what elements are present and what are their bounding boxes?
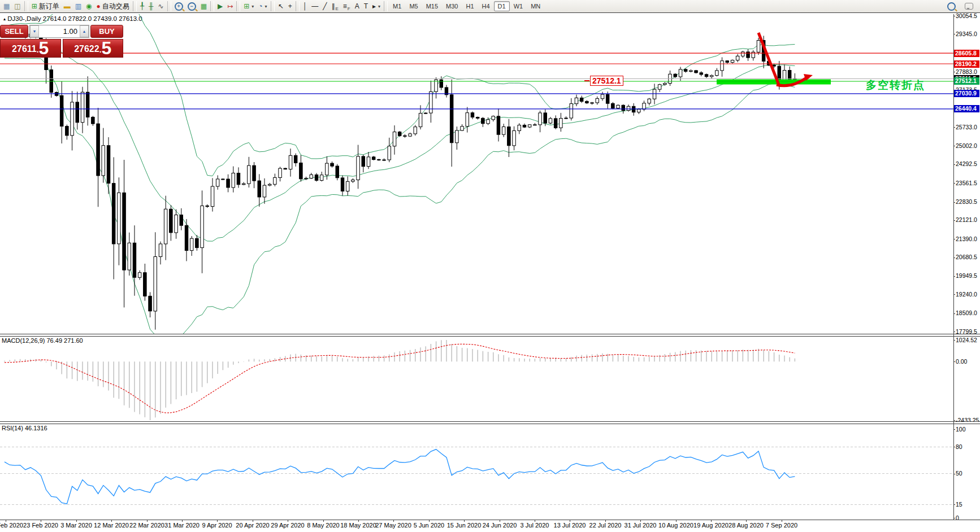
- zoom-in-button[interactable]: +: [172, 1, 185, 12]
- candle-body: [383, 160, 386, 160]
- price-badge: 27512.1: [954, 77, 979, 85]
- date-label: 20 Apr 2020: [236, 522, 269, 529]
- fibonacci-button[interactable]: ≡F: [341, 1, 353, 12]
- volume-up-button[interactable]: ▲: [80, 25, 89, 37]
- buy-price-frac: 5: [102, 40, 112, 56]
- chart-shift-button[interactable]: ↦: [225, 1, 235, 12]
- new-window-button[interactable]: ⊞▾: [241, 1, 256, 12]
- macd-panel-canvas[interactable]: [0, 337, 953, 421]
- volume-down-button[interactable]: ▼: [30, 25, 39, 37]
- gold-bars-icon: ▬: [64, 3, 71, 10]
- timeframe-button-M1[interactable]: M1: [389, 1, 405, 11]
- date-label: 5 Jun 2020: [414, 522, 444, 529]
- buy-button[interactable]: BUY: [90, 25, 123, 38]
- magnifier-plus-icon: +: [175, 2, 183, 11]
- text-button[interactable]: A: [353, 1, 362, 12]
- macd-tick-label: 0.00: [956, 358, 979, 365]
- chat-button[interactable]: [962, 1, 975, 12]
- candle-body: [679, 69, 682, 77]
- candle-body: [149, 296, 152, 311]
- new-order-button[interactable]: ⊞新订单: [29, 1, 62, 12]
- autotrading-button[interactable]: ●自动交易: [94, 1, 132, 12]
- candle-body: [409, 134, 412, 136]
- bar-chart-button[interactable]: ╀: [138, 1, 146, 12]
- price-tick-label: 25002.0: [956, 142, 979, 150]
- candle-body: [404, 136, 407, 136]
- date-label: 13 Jul 2020: [554, 522, 586, 529]
- profiles-button[interactable]: ◫: [12, 1, 23, 12]
- market-depth-button[interactable]: ▥: [73, 1, 84, 12]
- vertical-line-button[interactable]: │: [301, 1, 310, 12]
- rsi-line: [5, 450, 795, 504]
- crosshair-button[interactable]: +: [286, 1, 294, 12]
- candle-body: [248, 165, 251, 184]
- candle-body: [242, 184, 245, 185]
- price-tick-label: 22121.0: [956, 216, 979, 224]
- candle-body: [424, 113, 427, 114]
- candle-body: [86, 92, 89, 117]
- auto-scroll-button[interactable]: ▶: [215, 1, 225, 12]
- candle-body: [237, 173, 240, 185]
- timeframe-button-M30[interactable]: M30: [442, 1, 462, 11]
- candle-body: [112, 184, 115, 244]
- candle-body: [294, 155, 297, 163]
- search-button[interactable]: [945, 1, 958, 12]
- cursor-button[interactable]: ↖: [276, 1, 286, 12]
- trendline-button[interactable]: ╱: [320, 1, 329, 12]
- timeframe-button-M5[interactable]: M5: [405, 1, 422, 11]
- magnifier-minus-icon: −: [188, 2, 196, 11]
- rsi-panel-canvas[interactable]: [0, 424, 953, 520]
- candle-body: [710, 76, 713, 77]
- candle-body: [539, 113, 542, 125]
- volume-input[interactable]: [39, 25, 80, 37]
- date-label: 7 Sep 2020: [766, 522, 797, 529]
- new-chart-button[interactable]: ▦: [1, 1, 12, 12]
- date-label: 31 Mar 2020: [164, 522, 200, 529]
- candlestick-button[interactable]: ╫: [146, 1, 156, 12]
- gold-button[interactable]: ▬: [62, 1, 73, 12]
- timeframe-button-M15[interactable]: M15: [422, 1, 442, 11]
- candle-body: [326, 163, 329, 175]
- sell-price-display[interactable]: 27611.5: [0, 39, 61, 58]
- candle-body: [378, 160, 381, 160]
- zoom-out-button[interactable]: −: [185, 1, 198, 12]
- timeframe-button-MN[interactable]: MN: [527, 1, 544, 11]
- candle-body: [482, 118, 485, 124]
- main-chart-canvas[interactable]: [0, 14, 953, 334]
- horizontal-line-button[interactable]: —: [309, 1, 320, 12]
- timeframe-button-H1[interactable]: H1: [462, 1, 478, 11]
- signals-button[interactable]: ◉: [84, 1, 94, 12]
- buy-price-display[interactable]: 27622.5: [63, 39, 124, 58]
- candle-body: [684, 69, 687, 72]
- sell-button[interactable]: SELL: [0, 25, 28, 38]
- timeframe-button-D1[interactable]: D1: [494, 1, 510, 11]
- candle-body: [393, 132, 396, 146]
- candle-body: [388, 146, 391, 160]
- line-chart-button[interactable]: ∿: [156, 1, 166, 12]
- channel-button[interactable]: ∥E: [329, 1, 340, 12]
- candle-body: [320, 175, 323, 181]
- candle-body: [164, 209, 167, 244]
- candle-body: [372, 157, 375, 160]
- arrows-button[interactable]: ▸▾: [370, 1, 383, 12]
- new-window-icon: ⊞: [244, 3, 249, 10]
- candle-body: [648, 99, 651, 103]
- tile-windows-button[interactable]: ▦: [198, 1, 209, 12]
- date-label: 3 Jul 2020: [521, 522, 549, 529]
- candle-body: [757, 41, 760, 53]
- candle-body: [653, 89, 656, 99]
- timeframe-button-H4[interactable]: H4: [478, 1, 494, 11]
- candle-body: [331, 163, 334, 166]
- date-label: 31 Jul 2020: [625, 522, 657, 529]
- candle-body: [528, 125, 531, 127]
- timeframe-button-W1[interactable]: W1: [510, 1, 527, 11]
- candle-body: [107, 146, 110, 184]
- text-label-button[interactable]: T: [362, 1, 370, 12]
- candle-body: [268, 184, 271, 185]
- date-label: 29 Apr 2020: [271, 522, 304, 529]
- candle-body: [76, 102, 79, 123]
- candle-body: [170, 209, 173, 233]
- date-label: 15 Jun 2020: [447, 522, 482, 529]
- period-button[interactable]: ◔▾: [256, 1, 269, 12]
- candle-body: [180, 215, 183, 226]
